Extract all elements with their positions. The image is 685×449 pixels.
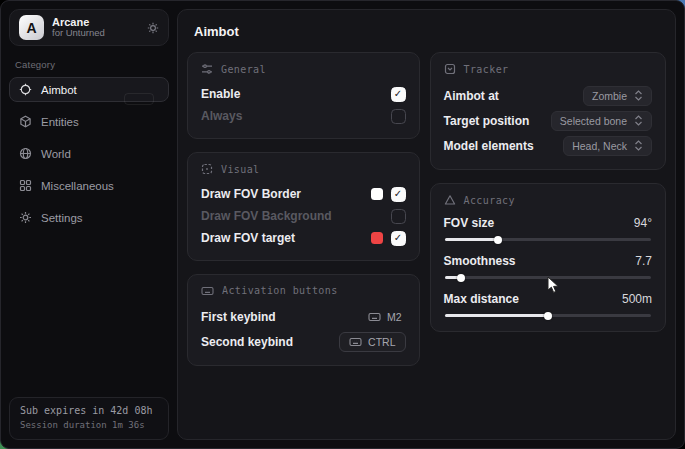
- setting-row-target-position: Target position Selected bone: [444, 108, 652, 133]
- setting-label: First keybind: [201, 310, 276, 324]
- fov-background-checkbox[interactable]: [391, 209, 406, 224]
- sidebar-item-label: Miscellaneous: [41, 180, 114, 192]
- card-header-label: Activation buttons: [222, 285, 338, 296]
- brand-subtitle: for Unturned: [52, 28, 139, 39]
- slider-value: 7.7: [635, 254, 652, 268]
- setting-label: Draw FOV Border: [201, 187, 301, 201]
- slider-fov-size: FOV size 94°: [444, 214, 652, 241]
- keybind-value: CTRL: [368, 336, 395, 348]
- dropdown-value: Head, Neck: [572, 140, 627, 152]
- color-swatch[interactable]: [371, 188, 383, 200]
- card-header-label: General: [221, 64, 266, 75]
- setting-row-fov-background: Draw FOV Background: [201, 205, 406, 227]
- sidebar-item-entities[interactable]: Entities: [9, 109, 169, 134]
- first-keybind-button[interactable]: M2: [364, 308, 406, 326]
- card-visual: Visual Draw FOV Border Draw FOV Backgrou…: [187, 152, 420, 261]
- sidebar-item-world[interactable]: World: [9, 141, 169, 166]
- setting-label: FOV size: [444, 216, 495, 230]
- aimbot-at-dropdown[interactable]: Zombie: [583, 86, 652, 106]
- slider-thumb[interactable]: [544, 312, 552, 320]
- setting-row-fov-border: Draw FOV Border: [201, 183, 406, 205]
- keyboard-icon: [349, 337, 362, 347]
- sidebar-item-label: Aimbot: [41, 84, 77, 96]
- setting-label: Target position: [444, 114, 530, 128]
- sub-expiry-text: Sub expires in 42d 08h: [20, 404, 158, 419]
- dashed-square-icon: [201, 163, 213, 175]
- fov-target-checkbox[interactable]: [391, 231, 406, 246]
- ghost-highlight: [124, 93, 154, 105]
- chevrons-up-down-icon: [634, 115, 643, 126]
- setting-row-first-keybind: First keybind M2: [201, 304, 406, 329]
- second-keybind-button[interactable]: CTRL: [339, 332, 405, 352]
- setting-label: Draw FOV Background: [201, 209, 332, 223]
- card-tracker: Tracker Aimbot at Zombie Target position: [430, 52, 666, 170]
- sidebar-item-aimbot[interactable]: Aimbot: [9, 77, 169, 102]
- target-position-dropdown[interactable]: Selected bone: [551, 111, 652, 131]
- grid-dots-icon: [19, 179, 32, 192]
- sidebar-item-settings[interactable]: Settings: [9, 205, 169, 230]
- setting-label: Enable: [201, 87, 240, 101]
- setting-label: Max distance: [444, 292, 519, 306]
- crosshair-icon: [19, 83, 32, 96]
- subscription-info: Sub expires in 42d 08h Session duration …: [9, 397, 169, 440]
- scan-box-icon: [444, 63, 456, 75]
- color-swatch[interactable]: [371, 232, 383, 244]
- brand-card: A Arcane for Unturned: [9, 9, 169, 46]
- triangle-icon: [444, 194, 456, 206]
- sidebar-item-label: Entities: [41, 116, 79, 128]
- setting-row-second-keybind: Second keybind CTRL: [201, 329, 406, 354]
- slider-value: 500m: [622, 292, 652, 306]
- sidebar: A Arcane for Unturned Category Aimbot: [1, 1, 177, 448]
- setting-label: Draw FOV target: [201, 231, 295, 245]
- card-accuracy: Accuracy FOV size 94°: [430, 183, 666, 332]
- slider-fill: [445, 238, 499, 241]
- max-distance-slider[interactable]: [445, 314, 651, 317]
- sidebar-nav: Aimbot Entities World: [1, 77, 177, 230]
- card-activation-buttons: Activation buttons First keybind M2: [187, 274, 420, 366]
- smoothness-slider[interactable]: [445, 276, 651, 279]
- keyboard-icon: [368, 312, 381, 322]
- slider-value: 94°: [634, 216, 652, 230]
- sidebar-item-miscellaneous[interactable]: Miscellaneous: [9, 173, 169, 198]
- setting-row-enable: Enable: [201, 83, 406, 105]
- main-panel: Aimbot General Enable: [177, 9, 676, 440]
- setting-row-fov-target: Draw FOV target: [201, 227, 406, 249]
- dropdown-value: Zombie: [592, 90, 627, 102]
- chevrons-up-down-icon: [634, 90, 643, 101]
- slider-thumb[interactable]: [457, 274, 465, 282]
- brand-text: Arcane for Unturned: [52, 16, 139, 40]
- model-elements-dropdown[interactable]: Head, Neck: [563, 136, 652, 156]
- setting-row-aimbot-at: Aimbot at Zombie: [444, 83, 652, 108]
- gear-icon[interactable]: [147, 22, 159, 34]
- card-general: General Enable Always: [187, 52, 420, 139]
- sidebar-item-label: World: [41, 148, 71, 160]
- sliders-icon: [201, 63, 213, 75]
- setting-row-model-elements: Model elements Head, Neck: [444, 133, 652, 158]
- app-window: A Arcane for Unturned Category Aimbot: [0, 0, 685, 449]
- gear-icon: [19, 211, 32, 224]
- entities-box-icon: [19, 115, 32, 128]
- enable-checkbox[interactable]: [391, 87, 406, 102]
- globe-icon: [19, 147, 32, 160]
- setting-label: Second keybind: [201, 335, 293, 349]
- setting-row-always: Always: [201, 105, 406, 127]
- setting-label: Model elements: [444, 139, 534, 153]
- slider-fill: [445, 314, 548, 317]
- slider-max-distance: Max distance 500m: [444, 290, 652, 317]
- slider-thumb[interactable]: [494, 236, 502, 244]
- fov-border-checkbox[interactable]: [391, 187, 406, 202]
- setting-label: Aimbot at: [444, 89, 499, 103]
- page-title: Aimbot: [194, 24, 666, 39]
- always-checkbox[interactable]: [391, 109, 406, 124]
- slider-smoothness: Smoothness 7.7: [444, 252, 652, 279]
- card-header-label: Accuracy: [464, 195, 515, 206]
- keyboard-icon: [201, 286, 214, 296]
- logo: A: [19, 15, 44, 40]
- chevrons-up-down-icon: [634, 140, 643, 151]
- card-header-label: Visual: [221, 164, 260, 175]
- category-label: Category: [15, 59, 177, 70]
- session-duration-text: Session duration 1m 36s: [20, 419, 158, 432]
- dropdown-value: Selected bone: [560, 115, 627, 127]
- fov-size-slider[interactable]: [445, 238, 651, 241]
- card-header-label: Tracker: [464, 64, 509, 75]
